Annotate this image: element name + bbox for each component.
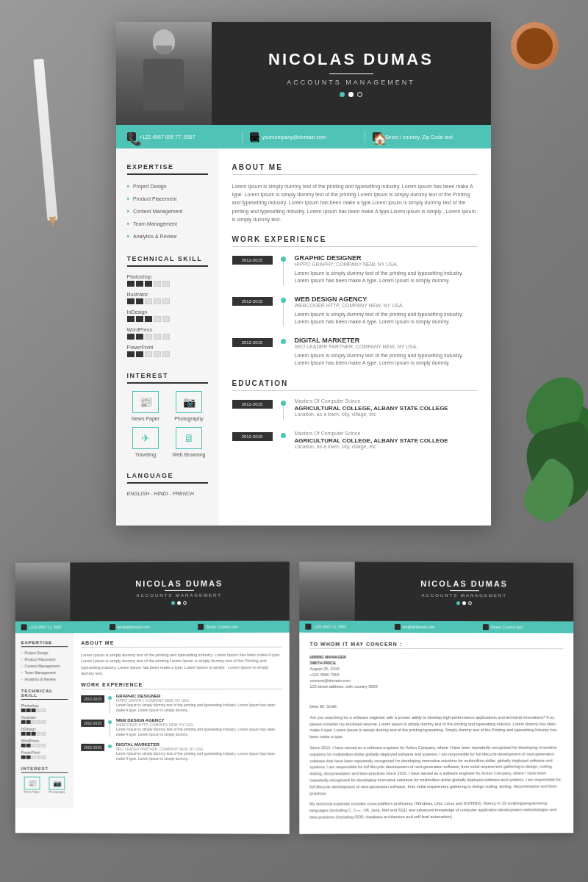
mini-title-right: ACCOUNTS MANAGEMENT bbox=[421, 592, 506, 597]
cover-date: August 25, 2018 bbox=[309, 667, 562, 671]
mini-dot-r3 bbox=[468, 601, 472, 605]
edu-title-1: AGRICULTURAL COLLEGE, ALBANY STATE COLLE… bbox=[295, 405, 478, 412]
mini-resume-right: NICOLAS DUMAS ACCOUNTS MANAGEMENT +122 4… bbox=[299, 562, 573, 833]
mini-header-right: NICOLAS DUMAS ACCOUNTS MANAGEMENT bbox=[299, 562, 573, 621]
mini-skill-wp: WordPress bbox=[21, 739, 68, 747]
mini-job-3: 2012-2015 DIGITAL MARKETER SEO LEADER PA… bbox=[81, 742, 282, 761]
skill-indesign: InDesign bbox=[127, 309, 208, 322]
bar-empty bbox=[154, 281, 161, 287]
mini-dot-2 bbox=[177, 600, 181, 604]
email-text: yourcompany@domain.com bbox=[262, 135, 326, 140]
mini-skill-pp: PowerPoint bbox=[21, 750, 68, 759]
mini-photo-left bbox=[15, 562, 71, 621]
cover-body-1: Are you searching for a software enginee… bbox=[309, 714, 562, 740]
address-contact: 🏠 Street / country, Zip Code text bbox=[373, 132, 480, 141]
contact-bar: 📞 +122 4567 895 77, 5587 ✉ yourcompany@d… bbox=[116, 125, 491, 148]
job-company-1: HIPPO GRAPHY; COMPANY NEW, NY USA. bbox=[295, 262, 478, 267]
main-resume: NICOLAS DUMAS ACCOUNTS MANAGEMENT 📞 +122… bbox=[116, 22, 491, 526]
interest-grid: 📰 News Paper 📷 Photography bbox=[127, 391, 208, 457]
job-title-2: WEB DESIGN AGENCY bbox=[295, 295, 478, 303]
interest-section: INTEREST 📰 News Paper 📷 Phot bbox=[127, 372, 208, 457]
bar-empty bbox=[162, 351, 170, 357]
year-badge-2: 2012-2015 bbox=[232, 297, 273, 306]
education-section-title: EDUCATION bbox=[232, 379, 478, 391]
address-text: Street / country, Zip Code text bbox=[385, 135, 453, 140]
cover-salutation: Dear Mr. Smith bbox=[309, 703, 562, 710]
bar-empty bbox=[145, 351, 152, 357]
mini-email-icon bbox=[110, 624, 115, 630]
bottom-pages: NICOLAS DUMAS ACCOUNTS MANAGEMENT +122 4… bbox=[0, 548, 588, 848]
bar bbox=[127, 298, 135, 304]
resume-sidebar: EXPERTISE Project Design Product Placeme… bbox=[116, 148, 219, 526]
camera-icon: 📷 bbox=[183, 396, 196, 408]
bar-empty bbox=[145, 298, 152, 304]
work-timeline: 2012-2015 GRAPHIC DESIGNER HIPPO GRAPHY;… bbox=[232, 254, 478, 368]
newspaper-icon: 📰 bbox=[140, 396, 152, 408]
mini-name-left: NICOLAS DUMAS bbox=[135, 578, 223, 587]
address-icon: 🏠 bbox=[373, 132, 381, 141]
bar bbox=[145, 281, 152, 287]
timeline-dot-1 bbox=[281, 257, 286, 262]
year-badge-1: 2012-2015 bbox=[232, 256, 273, 265]
mini-job-2: 2012-2015 WEB DESIGN AGENCY WEBCODER HTT… bbox=[81, 718, 282, 737]
mini-phone-icon-r bbox=[305, 624, 311, 630]
expertise-item-4: Team Management bbox=[127, 220, 208, 228]
mini-contact-right: +122 4567 11, 5587 email@domain.com Stre… bbox=[299, 621, 573, 634]
mini-skill-ps: Photoshop bbox=[21, 703, 68, 712]
web-icon: 🖥 bbox=[184, 432, 194, 444]
resume-header: NICOLAS DUMAS ACCOUNTS MANAGEMENT bbox=[116, 22, 491, 125]
main-content: ABOUT ME Lorem Ipsum is simply dummy tex… bbox=[219, 148, 491, 526]
technical-title: TECHNICAL SKILL bbox=[127, 255, 208, 267]
skill-photoshop: Photoshop bbox=[127, 274, 208, 287]
job-title-3: DIGITAL MARKETER bbox=[295, 337, 478, 344]
edu-1: 2012-2015 Masters Of Computer Scince AGR… bbox=[232, 398, 478, 420]
mini-dot-3 bbox=[183, 600, 187, 604]
mini-job-1: 2012-2015 GRAPHIC DESIGNER HIPPO GRAPHY,… bbox=[81, 694, 282, 713]
cover-title: TO WHOM IT MAY CONCERN : bbox=[309, 642, 562, 650]
edu-year-1: 2012-2015 bbox=[232, 400, 273, 409]
skill-illustrator: Illustrator bbox=[127, 292, 208, 304]
edu-title-2: AGRICULTURAL COLLEGE, ALBANY STATE COLLE… bbox=[295, 437, 478, 444]
job-company-2: WEBCODER HTTP, COMPANY NEW, NY USA. bbox=[295, 303, 478, 308]
expertise-title: EXPERTISE bbox=[127, 163, 208, 175]
bar bbox=[127, 351, 135, 357]
timeline-dot-3 bbox=[281, 339, 286, 344]
dot-3 bbox=[357, 92, 362, 97]
job-2: 2012-2015 WEB DESIGN AGENCY WEBCODER HTT… bbox=[232, 295, 478, 326]
bar bbox=[136, 298, 143, 304]
name-divider bbox=[329, 74, 373, 74]
about-text: Lorem Ipsum is simply dummy text of the … bbox=[232, 182, 478, 223]
bar bbox=[136, 334, 143, 340]
resume-body: EXPERTISE Project Design Product Placeme… bbox=[116, 148, 491, 526]
mini-header-left: NICOLAS DUMAS ACCOUNTS MANAGEMENT bbox=[15, 562, 289, 621]
technical-section: TECHNICAL SKILL Photoshop Illus bbox=[127, 255, 208, 357]
hiring-manager: HIRING MANAGER bbox=[309, 655, 562, 659]
email-icon: ✉ bbox=[250, 132, 259, 141]
skill-wordpress: WordPress bbox=[127, 327, 208, 340]
cover-address: 123 street address, with country 9009 bbox=[309, 684, 562, 689]
bar bbox=[127, 316, 135, 322]
job-desc-3: Lorem Ipsum is simply dummy text of the … bbox=[295, 352, 478, 368]
cover-body-2: Since 2010, I have served as a software … bbox=[309, 745, 562, 797]
bar bbox=[136, 316, 143, 322]
bar-empty bbox=[154, 316, 161, 322]
cover-phone: +123 4596 7563 bbox=[309, 673, 562, 677]
edu-subtitle-1: Masters Of Computer Scince bbox=[295, 398, 478, 404]
mini-sidebar-left: EXPERTISE Project Design Product Placeme… bbox=[15, 633, 74, 808]
bar bbox=[127, 281, 135, 287]
edu-subtitle-2: Masters Of Computer Scince bbox=[295, 431, 478, 436]
recipient-name: SMITH PRICE bbox=[309, 661, 562, 665]
interest-newspaper: 📰 News Paper bbox=[127, 391, 165, 421]
expertise-item-1: Project Design bbox=[127, 182, 208, 190]
edu-dot-1 bbox=[281, 401, 286, 406]
mini-photo-right bbox=[299, 562, 354, 620]
dot-2 bbox=[348, 92, 354, 97]
mini-body-left: EXPERTISE Project Design Product Placeme… bbox=[15, 633, 289, 809]
mini-skill-id: InDesign bbox=[21, 727, 68, 736]
bar bbox=[136, 351, 143, 357]
job-company-3: SEO LEADER PARTNER, COMPANY NEW, NY USA. bbox=[295, 344, 478, 349]
job-desc-1: Lorem Ipsum is simply dummy text of the … bbox=[295, 270, 478, 285]
email-contact: ✉ yourcompany@domain.com bbox=[250, 132, 357, 141]
mini-title-left: ACCOUNTS MANAGEMENT bbox=[137, 592, 223, 597]
bar-empty bbox=[154, 298, 161, 304]
